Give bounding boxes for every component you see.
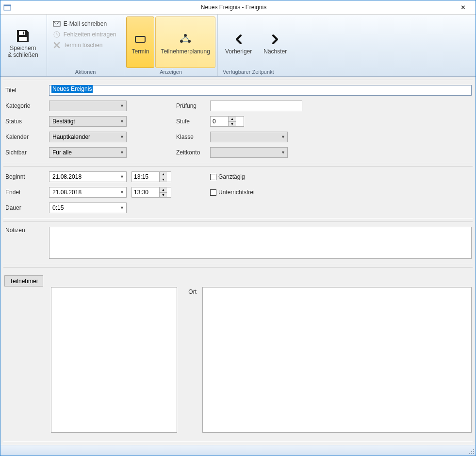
absences-button: Fehlzeiten eintragen (50, 29, 119, 40)
dauer-combo[interactable]: 0:15▼ (49, 203, 127, 213)
tab-teilnehmerplanung[interactable]: Teilnehmerplanung (155, 17, 215, 68)
svg-rect-1 (4, 5, 11, 6)
chevron-down-icon: ▼ (120, 190, 124, 195)
checkbox-box (210, 174, 216, 180)
noclass-checkbox[interactable]: Unterrichtsfrei (210, 189, 255, 196)
group-label-avail: Verfügbarer Zeitpunkt (220, 68, 474, 76)
label-pruefung: Prüfung (175, 102, 210, 109)
svg-point-8 (184, 34, 187, 37)
email-label: E-Mail schreiben (64, 20, 107, 27)
window-title: Neues Ereignis - Ereignis (14, 4, 453, 11)
label-endet: Endet (4, 189, 49, 196)
begin-time-value[interactable] (132, 172, 159, 182)
status-combo[interactable]: Bestätigt▼ (49, 116, 127, 127)
end-time-value[interactable] (132, 187, 159, 197)
block-participants: Teilnehmer Ort (3, 267, 473, 442)
label-titel: Titel (4, 87, 49, 94)
save-icon (15, 28, 31, 44)
spin-down[interactable]: ▼ (160, 193, 167, 198)
svg-rect-3 (19, 37, 27, 41)
chevron-down-icon: ▼ (120, 135, 124, 139)
email-icon (53, 20, 61, 28)
svg-point-9 (180, 40, 183, 43)
ort-textarea[interactable] (202, 287, 472, 433)
delete-label: Termin löschen (64, 42, 103, 49)
svg-point-10 (188, 40, 191, 43)
status-bar (0, 445, 476, 456)
end-date-value: 21.08.2018 (52, 189, 120, 196)
absences-label: Fehlzeiten eintragen (64, 31, 116, 38)
email-write-button[interactable]: E-Mail schreiben (50, 18, 119, 29)
chevron-down-icon: ▼ (120, 205, 124, 210)
allday-checkbox[interactable]: Ganztägig (210, 173, 245, 180)
block-time: Beginnt 21.08.2018▼ ▲▼ Ganztägig Endet 2… (3, 166, 473, 219)
chevron-left-icon (231, 32, 246, 47)
stufe-value[interactable] (211, 117, 228, 126)
label-beginnt: Beginnt (4, 173, 49, 180)
kalender-combo[interactable]: Hauptkalender▼ (49, 132, 127, 142)
svg-point-15 (471, 453, 472, 454)
begin-date-value: 21.08.2018 (52, 173, 120, 180)
label-zeitkonto: Zeitkonto (175, 149, 210, 156)
notizen-textarea[interactable] (49, 227, 472, 259)
label-status: Status (4, 118, 49, 125)
end-date-combo[interactable]: 21.08.2018▼ (49, 187, 127, 198)
svg-rect-4 (23, 32, 24, 34)
stufe-spinner[interactable]: ▲▼ (210, 116, 244, 127)
svg-rect-7 (135, 36, 145, 42)
svg-point-12 (471, 451, 472, 452)
title-input[interactable]: Neues Ereignis (49, 85, 472, 96)
previous-timeslot-button[interactable]: Vorheriger (220, 17, 257, 68)
sichtbar-combo[interactable]: Für alle▼ (49, 147, 127, 158)
klasse-combo[interactable]: ▼ (210, 132, 288, 142)
chevron-down-icon: ▼ (281, 150, 285, 155)
resize-grip[interactable] (468, 448, 476, 456)
teilnehmer-label: Teilnehmerplanung (161, 48, 210, 55)
allday-label: Ganztägig (218, 173, 245, 180)
label-stufe: Stufe (175, 118, 210, 125)
noclass-label: Unterrichtsfrei (218, 189, 255, 196)
spin-up[interactable]: ▲ (229, 117, 236, 122)
group-label-save (2, 68, 44, 76)
status-value: Bestätigt (52, 118, 120, 125)
svg-point-14 (469, 453, 470, 454)
block-general: Titel Neues Ereignis Kategorie ▼ Prüfung… (3, 80, 473, 163)
next-timeslot-button[interactable]: Nächster (258, 17, 292, 68)
checkbox-box (210, 189, 216, 196)
svg-point-13 (473, 451, 474, 452)
spin-down[interactable]: ▼ (229, 122, 236, 127)
label-notizen: Notizen (4, 227, 49, 234)
kategorie-combo[interactable]: ▼ (49, 101, 127, 111)
app-icon (3, 3, 11, 11)
begin-date-combo[interactable]: 21.08.2018▼ (49, 171, 127, 182)
participants-icon (178, 32, 193, 47)
svg-point-11 (473, 449, 474, 450)
spin-up[interactable]: ▲ (160, 172, 167, 177)
zeitkonto-combo[interactable]: ▼ (210, 147, 288, 158)
label-kalender: Kalender (4, 134, 49, 140)
chevron-right-icon (267, 32, 283, 47)
chevron-down-icon: ▼ (120, 119, 124, 124)
chevron-down-icon: ▼ (120, 103, 124, 108)
label-klasse: Klasse (175, 134, 210, 140)
sichtbar-value: Für alle (52, 149, 120, 156)
teilnehmer-listbox[interactable] (51, 287, 177, 433)
ribbon: Speichern & schließen E-Mail schreiben F… (0, 15, 476, 77)
chevron-down-icon: ▼ (281, 135, 285, 139)
teilnehmer-btn-label: Teilnehmer (10, 278, 38, 285)
termin-label: Termin (131, 48, 149, 55)
save-close-label: Speichern & schließen (8, 45, 38, 59)
end-time-spinner[interactable]: ▲▼ (131, 187, 171, 198)
save-and-close-button[interactable]: Speichern & schließen (2, 17, 44, 68)
group-label-show: Anzeigen (126, 68, 215, 76)
spin-up[interactable]: ▲ (160, 187, 167, 193)
form-panel: Titel Neues Ereignis Kategorie ▼ Prüfung… (0, 77, 476, 445)
pruefung-input[interactable] (210, 101, 302, 111)
close-button[interactable]: ✕ (453, 0, 473, 14)
begin-time-spinner[interactable]: ▲▼ (131, 171, 171, 182)
tab-termin[interactable]: Termin (126, 17, 154, 68)
spin-down[interactable]: ▼ (160, 177, 167, 182)
chevron-down-icon: ▼ (120, 150, 124, 155)
dauer-value: 0:15 (52, 204, 120, 211)
delete-event-button: Termin löschen (50, 40, 119, 51)
